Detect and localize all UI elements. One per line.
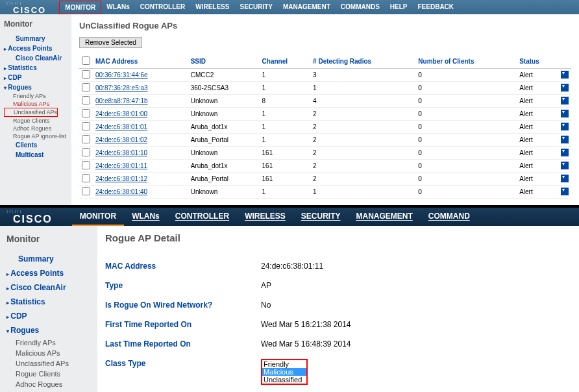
sidebar-multicast[interactable]: Multicast (10, 150, 68, 160)
nav-help[interactable]: HELP (385, 1, 413, 14)
mac-link[interactable]: 24:de:c6:38:01:12 (95, 175, 147, 182)
sidebar-friendly-aps[interactable]: Friendly APs (4, 92, 68, 100)
cell-radios: 2 (310, 147, 415, 160)
nav-links: MONITOR WLANs CONTROLLER WIRELESS SECURI… (59, 1, 459, 14)
sidebar-malicious-aps[interactable]: Malicious APs (6, 348, 91, 358)
table-row: 24:de:c6:38:01:11Aruba_dot1x16120Alert (79, 160, 571, 173)
sidebar-access-points[interactable]: Access Points (4, 43, 68, 53)
row-action-dropdown[interactable] (561, 84, 569, 92)
nav-management[interactable]: MANAGEMENT (348, 208, 420, 227)
sidebar-adhoc-rogues[interactable]: Adhoc Rogues (6, 379, 91, 389)
row-checkbox[interactable] (82, 96, 90, 104)
sidebar-summary[interactable]: Summary (10, 34, 68, 43)
nav-monitor[interactable]: MONITOR (72, 208, 124, 227)
nav-wlans[interactable]: WLANs (124, 208, 167, 227)
navbar: ılıılı CISCO MONITOR WLANs CONTROLLER WI… (0, 0, 579, 14)
mac-link[interactable]: 00:36:76:31:44:6e (95, 71, 148, 79)
mac-link[interactable]: 24:de:c6:38:01:01 (95, 123, 147, 130)
sidebar-clients[interactable]: Clients (10, 140, 68, 150)
col-channel: Channel (260, 55, 311, 69)
cell-clients: 0 (415, 95, 517, 108)
row-action-dropdown[interactable] (561, 97, 569, 104)
sidebar-unclassified-aps[interactable]: Unclassified APs (4, 108, 58, 117)
row-checkbox[interactable] (82, 187, 90, 195)
row-checkbox[interactable] (82, 148, 90, 156)
row-checkbox[interactable] (82, 174, 90, 182)
nav-monitor[interactable]: MONITOR (59, 1, 101, 14)
sidebar-access-points[interactable]: Access Points (6, 266, 91, 280)
nav-wlans[interactable]: WLANs (101, 1, 135, 14)
sidebar-statistics[interactable]: Statistics (4, 63, 68, 73)
nav-commands[interactable]: COMMAND (421, 208, 478, 227)
cell-clients: 0 (415, 82, 517, 95)
logo-text: CISCO (6, 6, 59, 14)
row-action-dropdown[interactable] (561, 149, 569, 156)
sidebar-adhoc-rogues[interactable]: Adhoc Rogues (4, 125, 68, 132)
row-action-dropdown[interactable] (561, 136, 569, 143)
row-action-dropdown[interactable] (561, 71, 569, 79)
label-mac: MAC Address (105, 262, 261, 271)
nav-security[interactable]: SECURITY (293, 208, 349, 227)
class-option-unclassified[interactable]: Unclassified (262, 376, 306, 384)
row-checkbox[interactable] (82, 122, 90, 130)
row-action-dropdown[interactable] (561, 110, 569, 117)
row-checkbox[interactable] (82, 135, 90, 143)
row-checkbox[interactable] (82, 70, 90, 79)
mac-link[interactable]: 24:de:c6:38:01:02 (95, 136, 147, 143)
screen-rogue-detail: ılıılı CISCO MONITOR WLANs CONTROLLER WI… (0, 208, 579, 392)
row-action-dropdown[interactable] (561, 188, 569, 195)
cell-ssid: 360-2SCSA3 (188, 82, 260, 95)
row-checkbox[interactable] (82, 83, 90, 92)
select-all-checkbox[interactable] (82, 56, 90, 65)
row-checkbox[interactable] (82, 161, 90, 169)
sidebar-cleanair[interactable]: Cisco CleanAir (10, 53, 68, 63)
sidebar-rogues[interactable]: Rogues (6, 323, 91, 337)
class-option-malicious[interactable]: Malicious (262, 368, 306, 376)
row-checkbox[interactable] (82, 109, 90, 117)
cell-channel: 161 (260, 160, 311, 173)
main-panel: Rogue AP Detail MAC Address24:de:c6:38:0… (97, 226, 579, 392)
nav-commands[interactable]: COMMANDS (336, 1, 385, 14)
mac-link[interactable]: 24:de:c6:38:01:10 (95, 149, 147, 156)
cell-radios: 2 (310, 173, 415, 186)
mac-link[interactable]: 24:de:c6:38:01:40 (95, 188, 147, 195)
nav-management[interactable]: MANAGEMENT (278, 1, 336, 14)
mac-link[interactable]: 00:87:36:28:e5:a3 (95, 84, 148, 92)
mac-link[interactable]: 00:e8:a8:78:47:1b (95, 97, 148, 104)
table-row: 24:de:c6:38:01:10Unknown16120Alert (79, 147, 571, 160)
nav-controller[interactable]: CONTROLLER (135, 1, 190, 14)
mac-link[interactable]: 24:de:c6:38:01:00 (95, 110, 147, 117)
sidebar-rogues[interactable]: Rogues (4, 82, 68, 92)
sidebar-cdp[interactable]: CDP (4, 73, 68, 82)
table-row: 24:de:c6:38:01:12Aruba_Portal16120Alert (79, 173, 571, 186)
class-option-friendly[interactable]: Friendly (262, 360, 306, 368)
nav-security[interactable]: SECURITY (234, 1, 278, 14)
value-type: AP (261, 281, 271, 290)
sidebar-summary[interactable]: Summary (12, 252, 91, 266)
sidebar-friendly-aps[interactable]: Friendly APs (6, 337, 91, 348)
row-action-dropdown[interactable] (561, 162, 569, 169)
sidebar-rogue-clients[interactable]: Rogue Clients (6, 369, 91, 379)
cell-ssid: Unknown (188, 147, 260, 160)
sidebar-unclassified-aps[interactable]: Unclassified APs (6, 358, 91, 369)
nav-wireless[interactable]: WIRELESS (190, 1, 234, 14)
sidebar-cdp[interactable]: CDP (6, 309, 91, 323)
row-action-dropdown[interactable] (561, 175, 569, 182)
sidebar-malicious-aps[interactable]: Malicious APs (4, 100, 68, 108)
cell-clients: 0 (415, 108, 517, 121)
class-type-select[interactable]: Friendly Malicious Unclassified (261, 359, 308, 385)
nav-controller[interactable]: CONTROLLER (167, 208, 237, 227)
mac-link[interactable]: 24:de:c6:38:01:11 (95, 162, 147, 169)
nav-feedback[interactable]: FEEDBACK (412, 1, 459, 14)
nav-wireless[interactable]: WIRELESS (237, 208, 293, 227)
col-radios: # Detecting Radios (310, 55, 415, 69)
cell-clients: 0 (415, 147, 517, 160)
sidebar-ignore-list[interactable]: Rogue AP ignore-list (6, 389, 91, 392)
col-ssid: SSID (188, 55, 260, 69)
sidebar-cleanair[interactable]: Cisco CleanAir (6, 280, 91, 295)
sidebar-rogue-clients[interactable]: Rogue Clients (4, 117, 68, 125)
remove-selected-button[interactable]: Remove Selected (79, 37, 142, 48)
row-action-dropdown[interactable] (561, 123, 569, 130)
sidebar-ignore-list[interactable]: Rogue AP ignore-list (4, 132, 68, 140)
sidebar-statistics[interactable]: Statistics (6, 295, 91, 309)
